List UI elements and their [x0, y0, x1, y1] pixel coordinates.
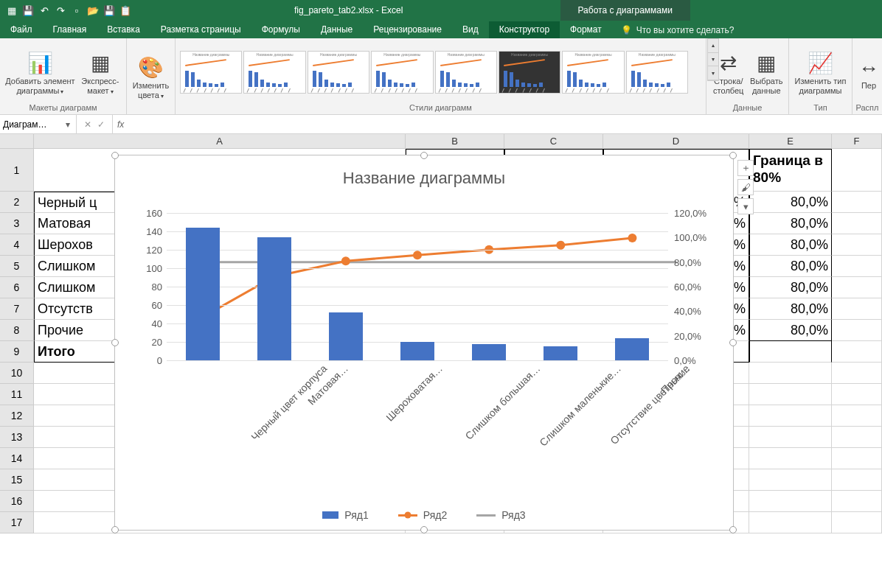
row-header[interactable]: 3	[0, 213, 34, 234]
chart-style-thumb[interactable]: Название диаграммы	[435, 51, 497, 94]
cell-E1[interactable]: Граница в 80%	[749, 149, 832, 192]
fx-icon[interactable]: fx	[113, 119, 128, 130]
resize-handle[interactable]	[729, 526, 737, 533]
tab-chart-design[interactable]: Конструктор	[489, 21, 560, 38]
cell-F2[interactable]	[832, 192, 882, 213]
name-box-input[interactable]	[3, 119, 62, 130]
row-header[interactable]: 14	[0, 448, 34, 469]
cell-E15[interactable]	[749, 469, 832, 491]
cell-E13[interactable]	[749, 427, 832, 448]
add-chart-element-button[interactable]: 📊 Добавить элемент диаграммы	[4, 49, 76, 96]
col-header-F[interactable]: F	[832, 134, 882, 148]
cell-F5[interactable]	[832, 256, 882, 277]
plot-area[interactable]: 0204060801001201401600,0%20,0%40,0%60,0%…	[167, 213, 668, 360]
new-icon[interactable]: ▫	[69, 3, 84, 18]
tab-page-layout[interactable]: Разметка страницы	[150, 21, 251, 38]
bar[interactable]	[329, 312, 363, 360]
tab-chart-format[interactable]: Формат	[560, 21, 612, 38]
cell-E12[interactable]	[749, 405, 832, 427]
cell-F10[interactable]	[832, 363, 882, 384]
row-header[interactable]: 11	[0, 384, 34, 405]
paste-icon[interactable]: 📋	[118, 3, 133, 18]
chart-filter-button[interactable]: ▾	[737, 198, 754, 214]
col-header-E[interactable]: E	[749, 134, 832, 148]
cell-E3[interactable]: 80,0%	[749, 213, 832, 234]
chart-title[interactable]: Название диаграммы	[115, 155, 733, 194]
row-header[interactable]: 6	[0, 277, 34, 298]
resize-handle[interactable]	[420, 526, 428, 533]
resize-handle[interactable]	[729, 339, 737, 346]
bar[interactable]	[472, 344, 506, 361]
worksheet-grid[interactable]: A B C D E F 1Кол-воПроцентПроцент дефек-…	[0, 134, 882, 588]
cell-E16[interactable]	[749, 491, 832, 512]
chart-style-thumb[interactable]: Название диаграммы	[243, 51, 305, 94]
resize-handle[interactable]	[111, 339, 119, 346]
change-chart-type-button[interactable]: 📈 Изменить тип диаграммы	[794, 49, 847, 96]
row-header[interactable]: 5	[0, 256, 34, 277]
enter-icon[interactable]: ✓	[97, 119, 105, 130]
row-header[interactable]: 8	[0, 320, 34, 341]
cell-F13[interactable]	[832, 427, 882, 448]
row-header[interactable]: 4	[0, 234, 34, 256]
chart-style-thumb[interactable]: Название диаграммы	[180, 51, 242, 94]
cell-F15[interactable]	[832, 469, 882, 491]
cell-E17[interactable]	[749, 512, 832, 533]
cell-F11[interactable]	[832, 384, 882, 405]
gallery-scroll[interactable]: ▴▾▾	[707, 38, 719, 81]
tab-view[interactable]: Вид	[452, 21, 489, 38]
resize-handle[interactable]	[111, 526, 119, 533]
redo-icon[interactable]: ↷	[53, 3, 68, 18]
cell-F7[interactable]	[832, 298, 882, 320]
cell-F1[interactable]	[832, 149, 882, 192]
cell-E4[interactable]: 80,0%	[749, 234, 832, 256]
tab-file[interactable]: Файл	[0, 21, 43, 38]
col-header-A[interactable]: A	[34, 134, 406, 148]
resize-handle[interactable]	[420, 152, 428, 159]
col-header-C[interactable]: C	[504, 134, 603, 148]
namebox-dropdown-icon[interactable]: ▾	[62, 119, 73, 130]
row-header[interactable]: 12	[0, 405, 34, 427]
tab-formulas[interactable]: Формулы	[251, 21, 310, 38]
resize-handle[interactable]	[111, 152, 119, 159]
name-box[interactable]: ▾	[0, 115, 77, 133]
cell-E9[interactable]	[749, 341, 832, 363]
cell-F8[interactable]	[832, 320, 882, 341]
cell-E11[interactable]	[749, 384, 832, 405]
move-chart-button[interactable]: ↔ Пер	[857, 53, 881, 91]
row-header[interactable]: 2	[0, 192, 34, 213]
row-header[interactable]: 13	[0, 427, 34, 448]
cell-E7[interactable]: 80,0%	[749, 298, 832, 320]
cell-F17[interactable]	[832, 512, 882, 533]
chart-style-thumb[interactable]: Название диаграммы	[371, 51, 433, 94]
chart-legend[interactable]: Ряд1 Ряд2 Ряд3	[115, 509, 733, 521]
chart-object[interactable]: ＋ 🖌 ▾ Название диаграммы 020406080100120…	[114, 155, 734, 531]
cell-F9[interactable]	[832, 341, 882, 363]
chart-style-thumb[interactable]: Название диаграммы	[626, 51, 688, 94]
chart-elements-button[interactable]: ＋	[737, 160, 754, 176]
bar[interactable]	[400, 342, 434, 360]
bar[interactable]	[544, 346, 577, 360]
cell-F3[interactable]	[832, 213, 882, 234]
quick-layout-button[interactable]: ▦ Экспресс-макет	[79, 49, 122, 96]
cell-E2[interactable]: 80,0%	[749, 192, 832, 213]
tab-insert[interactable]: Вставка	[97, 21, 150, 38]
select-all-cell[interactable]	[0, 134, 34, 148]
open-icon[interactable]: 📂	[86, 3, 100, 18]
cell-F16[interactable]	[832, 491, 882, 512]
cell-E10[interactable]	[749, 363, 832, 384]
undo-icon[interactable]: ↶	[37, 3, 52, 18]
cell-E5[interactable]: 80,0%	[749, 256, 832, 277]
tab-home[interactable]: Главная	[43, 21, 97, 38]
cell-E6[interactable]: 80,0%	[749, 277, 832, 298]
row-header[interactable]: 16	[0, 491, 34, 512]
cell-E8[interactable]: 80,0%	[749, 320, 832, 341]
chart-styles-button[interactable]: 🖌	[737, 179, 754, 195]
row-header[interactable]: 1	[0, 149, 34, 192]
chart-style-gallery[interactable]: Название диаграммыНазвание диаграммыНазв…	[180, 51, 688, 94]
save-icon[interactable]: 💾	[21, 3, 35, 18]
change-colors-button[interactable]: 🎨 Изменить цвета	[131, 53, 170, 100]
select-data-button[interactable]: ▦ Выбрать данные	[749, 49, 785, 96]
bar[interactable]	[615, 338, 649, 360]
chart-style-thumb[interactable]: Название диаграммы	[499, 51, 560, 94]
resize-handle[interactable]	[729, 152, 737, 159]
